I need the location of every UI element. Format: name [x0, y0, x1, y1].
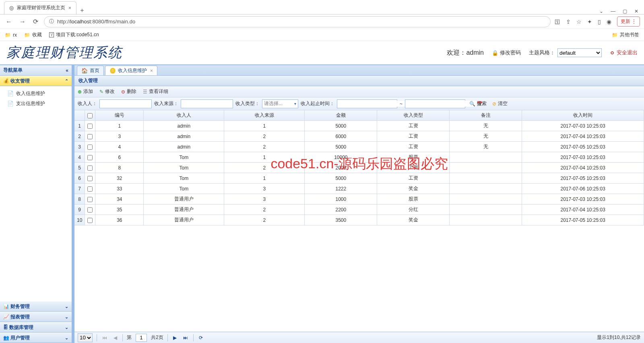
col-header[interactable]: 编号 — [95, 110, 144, 121]
tab-income-maintain[interactable]: 🪙收入信息维护× — [105, 66, 157, 75]
col-header[interactable]: 收入时间 — [522, 110, 644, 121]
row-number: 3 — [74, 142, 85, 152]
share-icon[interactable]: ⇪ — [566, 19, 571, 25]
add-button[interactable]: ⊕添加 — [78, 88, 93, 95]
accordion-users[interactable]: 👥 用户管理 ⌄ — [0, 333, 72, 343]
date-from-input[interactable]: 📅 — [337, 99, 397, 108]
row-checkbox[interactable] — [87, 186, 93, 192]
row-checkbox-cell[interactable] — [85, 163, 95, 173]
col-header[interactable]: 收入来源 — [224, 110, 305, 121]
col-header[interactable]: 收入人 — [144, 110, 224, 121]
change-password-link[interactable]: 🔒修改密码 — [492, 49, 521, 56]
table-row[interactable]: 834普通用户31000股票2017-07-03 10:25:03 — [74, 194, 644, 205]
bookmark-rx[interactable]: 📁rx — [5, 32, 17, 38]
delete-button[interactable]: ⊖删除 — [121, 88, 136, 95]
select-all-checkbox[interactable] — [87, 113, 93, 118]
new-tab-button[interactable]: + — [76, 7, 88, 14]
accordion-income-expense[interactable]: 💰 收支管理 ⌃ — [0, 76, 72, 86]
app-header: 家庭理财管理系统 欢迎：admin 🔒修改密码 主题风格： default ⭘安… — [0, 41, 644, 65]
cell: 6000 — [305, 131, 377, 142]
window-caret-icon[interactable]: ⌄ — [599, 8, 603, 14]
table-row[interactable]: 46Tom110000股票2017-07-03 10:25:03 — [74, 152, 644, 163]
table-row[interactable]: 1036普通用户23500奖金2017-07-05 10:25:03 — [74, 215, 644, 225]
last-page-button[interactable]: ⏭ — [182, 335, 189, 341]
table-row[interactable]: 34admin25000工资无2017-07-05 10:25:03 — [74, 142, 644, 152]
globe-icon: ◎ — [9, 5, 14, 11]
row-checkbox[interactable] — [87, 218, 93, 223]
window-close-icon[interactable]: ✕ — [634, 8, 638, 14]
bookmark-code51[interactable]: 🅈项目下载:code51.cn — [49, 31, 99, 38]
row-checkbox-cell[interactable] — [85, 142, 95, 152]
logout-link[interactable]: ⭘安全退出 — [610, 49, 638, 56]
table-row[interactable]: 632Tom15000工资2017-07-05 10:25:03 — [74, 173, 644, 184]
row-checkbox-cell[interactable] — [85, 194, 95, 205]
page-input[interactable] — [136, 334, 147, 342]
row-checkbox-cell[interactable] — [85, 215, 95, 225]
date-to-input[interactable]: 📅 — [405, 99, 465, 108]
window-minimize-icon[interactable]: — — [611, 8, 615, 14]
person-input[interactable] — [99, 99, 152, 108]
accordion-finance[interactable]: 📊 财务管理 ⌄ — [0, 301, 72, 312]
update-button[interactable]: 更新 ⋮ — [617, 17, 640, 27]
other-bookmarks[interactable]: 📁其他书签 — [612, 31, 639, 38]
search-button[interactable]: 🔍搜索 — [468, 100, 488, 107]
row-checkbox-cell[interactable] — [85, 121, 95, 131]
tree-item-income[interactable]: 📄收入信息维护 — [0, 89, 72, 99]
tab-home[interactable]: 🏠首页 — [77, 66, 104, 75]
clear-button[interactable]: ⊘清空 — [491, 100, 509, 107]
row-checkbox-cell[interactable] — [85, 152, 95, 163]
url-input[interactable]: ⓘ http://localhost:8080/ffms/main.do — [44, 16, 551, 27]
accordion-database[interactable]: 🗄 数据库管理 ⌄ — [0, 322, 72, 333]
source-input[interactable] — [181, 99, 233, 108]
star-icon[interactable]: ☆ — [576, 19, 582, 25]
theme-combo[interactable]: default — [557, 48, 602, 57]
table-row[interactable]: 58Tom22000工资2017-07-04 10:25:03 — [74, 163, 644, 173]
col-header[interactable]: 金额 — [305, 110, 377, 121]
row-checkbox-cell[interactable] — [85, 131, 95, 142]
accordion-report[interactable]: 📈 报表管理 ⌄ — [0, 312, 72, 322]
row-checkbox-cell[interactable] — [85, 173, 95, 184]
row-checkbox[interactable] — [87, 155, 93, 160]
profile-icon[interactable]: ◉ — [607, 19, 611, 25]
row-checkbox[interactable] — [87, 197, 93, 202]
table-row[interactable]: 935普通用户22200分红2017-07-04 10:25:03 — [74, 205, 644, 215]
next-page-button[interactable]: ▶ — [172, 335, 178, 341]
row-checkbox[interactable] — [87, 145, 93, 150]
row-checkbox[interactable] — [87, 207, 93, 213]
bookmark-fav[interactable]: 📁收藏 — [24, 31, 42, 38]
extension-icon[interactable]: ✦ — [587, 19, 592, 25]
back-button[interactable]: ← — [4, 18, 14, 25]
col-header[interactable]: 收入类型 — [377, 110, 450, 121]
row-checkbox[interactable] — [87, 165, 93, 171]
cell: 36 — [95, 215, 144, 225]
row-checkbox[interactable] — [87, 134, 93, 139]
window-maximize-icon[interactable]: ▢ — [623, 8, 627, 14]
row-checkbox[interactable] — [87, 176, 93, 181]
edit-button[interactable]: ✎修改 — [99, 88, 115, 95]
view-detail-button[interactable]: ☰查看详细 — [143, 88, 168, 95]
table-row[interactable]: 733Tom31222奖金2017-07-06 10:25:03 — [74, 184, 644, 194]
refresh-button[interactable]: ⟳ — [198, 335, 204, 341]
collapse-icon[interactable]: « — [66, 68, 68, 73]
table-row[interactable]: 23admin26000工资无2017-07-04 10:25:03 — [74, 131, 644, 142]
browser-tab[interactable]: ◎ 家庭理财管理系统主页 × — [4, 1, 76, 14]
first-page-button[interactable]: ⏮ — [101, 335, 108, 341]
row-checkbox-cell[interactable] — [85, 184, 95, 194]
panel-icon[interactable]: ▯ — [598, 19, 601, 25]
tab-close-icon[interactable]: × — [68, 5, 71, 11]
col-select-all[interactable] — [85, 110, 95, 121]
table-row[interactable]: 11admin15000工资无2017-07-03 10:25:03 — [74, 121, 644, 131]
page-size-select[interactable]: 10 — [78, 333, 93, 342]
search-bar: 收入人： 收入来源： 收入类型： 请选择...▾ 收入起止时间： 📅 ~ 📅 🔍… — [74, 97, 644, 110]
key-icon[interactable]: ⚿ — [555, 19, 560, 25]
row-checkbox-cell[interactable] — [85, 205, 95, 215]
cell: 奖金 — [377, 184, 450, 194]
row-checkbox[interactable] — [87, 124, 93, 129]
prev-page-button[interactable]: ◀ — [112, 335, 118, 341]
col-header[interactable]: 备注 — [450, 110, 522, 121]
reload-button[interactable]: ⟳ — [31, 18, 40, 25]
type-combo[interactable]: 请选择...▾ — [262, 99, 298, 108]
tab-close-icon[interactable]: × — [150, 68, 153, 74]
forward-button[interactable]: → — [18, 18, 27, 25]
tree-item-expense[interactable]: 📄支出信息维护 — [0, 99, 72, 109]
